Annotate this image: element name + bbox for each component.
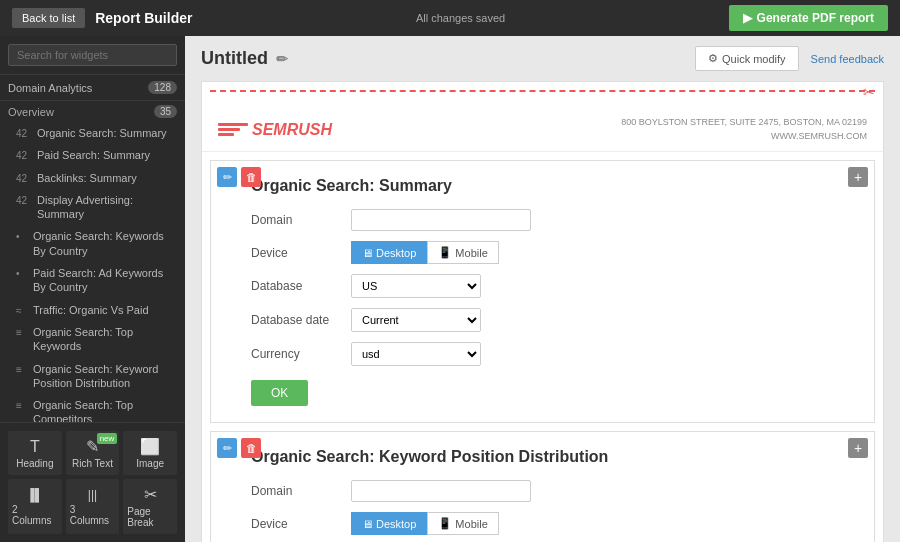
two-columns-icon: ▐▌ (26, 488, 43, 502)
tool-heading[interactable]: T Heading (8, 431, 62, 475)
back-to-list-button[interactable]: Back to list (12, 8, 85, 28)
tool-image-label: Image (136, 458, 164, 469)
widget1-mobile-button[interactable]: 📱 Mobile (427, 241, 498, 264)
quick-modify-icon: ⚙ (708, 52, 718, 65)
sidebar-subsection-overview[interactable]: Overview 35 (0, 101, 185, 122)
widget2-title: Organic Search: Keyword Position Distrib… (251, 448, 854, 466)
canvas-area: ✂ SEMRUSH 800 BOYLSTON STREET, SUITE 247… (185, 81, 900, 542)
scissors-icon: ✂ (863, 84, 875, 100)
heading-icon: T (30, 438, 40, 456)
tool-3col[interactable]: ||| 3 Columns (66, 479, 120, 534)
widget1-currency-select[interactable]: usd (351, 342, 481, 366)
mobile-icon: 📱 (438, 246, 452, 259)
tool-image[interactable]: ⬜ Image (123, 431, 177, 475)
desktop-icon2: 🖥 (362, 518, 373, 530)
sidebar-item-organic-keywords-country[interactable]: • Organic Search: Keywords By Country (0, 225, 185, 262)
widget2-domain-label: Domain (251, 484, 351, 498)
widget1-edit-button[interactable]: ✏ (217, 167, 237, 187)
sidebar-item-display[interactable]: 42 Display Advertising: Summary (0, 189, 185, 226)
sidebar-item-keyword-position[interactable]: ≡ Organic Search: Keyword Position Distr… (0, 358, 185, 395)
top-bar: Back to list Report Builder All changes … (0, 0, 900, 36)
widget1-domain-input[interactable] (351, 209, 531, 231)
content-header: Untitled ✏ ⚙ Quick modify Send feedback (185, 36, 900, 81)
widget1-dbdate-select-wrap: Current (351, 308, 481, 332)
widget1-content: Organic Search: Summary Domain Device (211, 161, 874, 422)
generate-icon: ▶ (743, 11, 752, 25)
sidebar-scroll: Domain Analytics 128 Overview 35 42 Orga… (0, 75, 185, 422)
widget2-delete-button[interactable]: 🗑 (241, 438, 261, 458)
widget1-domain-label: Domain (251, 213, 351, 227)
widget1-device-toggle: 🖥 Desktop 📱 Mobile (351, 241, 499, 264)
sidebar-item-backlinks[interactable]: 42 Backlinks: Summary (0, 167, 185, 189)
section-count: 128 (148, 81, 177, 94)
widget1-ok-button[interactable]: OK (251, 380, 308, 406)
tool-3col-label: 3 Columns (70, 504, 116, 526)
subsection-name: Overview (8, 106, 54, 118)
widget-organic-search-summary: ✏ 🗑 + Organic Search: Summary Domain (210, 160, 875, 423)
quick-modify-button[interactable]: ⚙ Quick modify (695, 46, 799, 71)
widget1-domain-input-wrap (351, 209, 531, 231)
paper-header: SEMRUSH 800 BOYLSTON STREET, SUITE 2475,… (202, 108, 883, 152)
sidebar: Domain Analytics 128 Overview 35 42 Orga… (0, 36, 185, 542)
content-area: Untitled ✏ ⚙ Quick modify Send feedback … (185, 36, 900, 542)
logo-text: SEMRUSH (252, 121, 332, 139)
widget1-delete-button[interactable]: 🗑 (241, 167, 261, 187)
logo-line-2 (218, 128, 240, 131)
tool-page-break[interactable]: ✂ Page Break (123, 479, 177, 534)
address-line2: WWW.SEMRUSH.COM (621, 130, 867, 144)
sidebar-item-traffic[interactable]: ≈ Traffic: Organic Vs Paid (0, 299, 185, 321)
image-icon: ⬜ (140, 437, 160, 456)
tool-2col[interactable]: ▐▌ 2 Columns (8, 479, 62, 534)
widget1-database-label: Database (251, 279, 351, 293)
widget2-domain-row: Domain (251, 480, 854, 502)
main-layout: Domain Analytics 128 Overview 35 42 Orga… (0, 36, 900, 542)
widget1-dbdate-select[interactable]: Current (351, 308, 481, 332)
edit-title-icon[interactable]: ✏ (276, 51, 288, 67)
save-status: All changes saved (416, 12, 505, 24)
tool-rich-text[interactable]: new ✎ Rich Text (66, 431, 120, 475)
widget1-dbdate-label: Database date (251, 313, 351, 327)
widget2-desktop-button[interactable]: 🖥 Desktop (351, 512, 427, 535)
widget1-controls: ✏ 🗑 (217, 167, 261, 187)
widget2-edit-button[interactable]: ✏ (217, 438, 237, 458)
content-header-right: ⚙ Quick modify Send feedback (695, 46, 884, 71)
tool-rich-text-label: Rich Text (72, 458, 113, 469)
section-name: Domain Analytics (8, 82, 92, 94)
sidebar-item-top-competitors[interactable]: ≡ Organic Search: Top Competitors (0, 394, 185, 422)
widget2-device-toggle: 🖥 Desktop 📱 Mobile (351, 512, 499, 535)
widget1-device-label: Device (251, 246, 351, 260)
address-line1: 800 BOYLSTON STREET, SUITE 2475, BOSTON,… (621, 116, 867, 130)
widget1-device-row: Device 🖥 Desktop 📱 Mobile (251, 241, 854, 264)
widget2-mobile-button[interactable]: 📱 Mobile (427, 512, 498, 535)
report-title-area: Untitled ✏ (201, 48, 288, 69)
semrush-logo: SEMRUSH (218, 121, 332, 139)
header-address: 800 BOYLSTON STREET, SUITE 2475, BOSTON,… (621, 116, 867, 143)
mobile-icon2: 📱 (438, 517, 452, 530)
sidebar-tools: T Heading new ✎ Rich Text ⬜ Image ▐▌ 2 C… (0, 422, 185, 542)
widget2-add-button[interactable]: + (848, 438, 868, 458)
send-feedback-link[interactable]: Send feedback (811, 53, 884, 65)
generate-pdf-button[interactable]: ▶ Generate PDF report (729, 5, 888, 31)
widget2-device-row: Device 🖥 Desktop 📱 Mobile (251, 512, 854, 535)
widget1-database-select-wrap: US (351, 274, 481, 298)
widget1-add-button[interactable]: + (848, 167, 868, 187)
logo-lines (218, 123, 248, 136)
widget2-domain-input-wrap (351, 480, 531, 502)
sidebar-item-top-keywords[interactable]: ≡ Organic Search: Top Keywords (0, 321, 185, 358)
sidebar-item-organic-summary[interactable]: 42 Organic Search: Summary (0, 122, 185, 144)
sidebar-search-area (0, 36, 185, 75)
widget1-currency-row: Currency usd (251, 342, 854, 366)
widget1-domain-row: Domain (251, 209, 854, 231)
sidebar-section-domain-analytics[interactable]: Domain Analytics 128 (0, 75, 185, 101)
sidebar-item-paid-keywords-country[interactable]: • Paid Search: Ad Keywords By Country (0, 262, 185, 299)
widget1-title: Organic Search: Summary (251, 177, 854, 195)
tool-heading-label: Heading (16, 458, 53, 469)
widget1-desktop-button[interactable]: 🖥 Desktop (351, 241, 427, 264)
desktop-icon: 🖥 (362, 247, 373, 259)
widget2-domain-input[interactable] (351, 480, 531, 502)
page-break-line: ✂ (210, 90, 875, 100)
search-input[interactable] (8, 44, 177, 66)
widget1-database-select[interactable]: US (351, 274, 481, 298)
widget1-currency-select-wrap: usd (351, 342, 481, 366)
sidebar-item-paid-summary[interactable]: 42 Paid Search: Summary (0, 144, 185, 166)
